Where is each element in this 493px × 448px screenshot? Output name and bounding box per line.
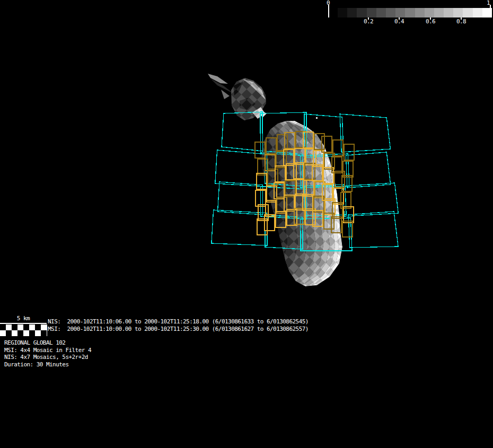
scale-bar-line [0, 323, 47, 324]
colorbar-step [415, 8, 425, 17]
scale-bar-end-cap [47, 324, 47, 336]
visualization-screen: 0 1 0.2 0.4 0.6 0.8 5 km NIS: 2000-102T1… [0, 0, 493, 448]
msi-footprint [257, 219, 267, 235]
surface-speck [316, 117, 318, 119]
colorbar-step [425, 8, 434, 17]
nis-footprint [215, 150, 267, 187]
checker-cell [29, 330, 35, 336]
checker-cell [17, 324, 23, 330]
colorbar-step [367, 8, 376, 17]
colorbar-step [395, 8, 405, 17]
fragment-facet-texture [228, 77, 270, 125]
asteroid-render-viewport [0, 0, 493, 448]
msi-time-range: MSI: 2000-102T11:10:00.00 to 2000-102T11… [48, 326, 309, 332]
checker-cell [6, 330, 12, 336]
checker-cell [0, 324, 6, 330]
nis-time-range: NIS: 2000-102T11:10:06.00 to 2000-102T11… [48, 318, 309, 325]
asteroid-body [217, 114, 350, 292]
colorbar-step [434, 8, 444, 17]
colorbar-step [405, 8, 415, 17]
checker-cell [35, 324, 41, 330]
colorbar-tick-mark [368, 17, 369, 20]
colorbar-step [338, 8, 347, 17]
checker-cell [41, 324, 47, 330]
colorbar-step [347, 8, 357, 17]
scale-bar-checkerboard [0, 324, 47, 336]
colorbar-step [473, 8, 482, 17]
nis-footprint [217, 182, 262, 215]
checker-cell [17, 330, 23, 336]
colorbar: 0 1 0.2 0.4 0.6 0.8 [323, 0, 493, 28]
checker-cell [12, 324, 17, 330]
scale-bar-label: 5 km [0, 315, 47, 322]
checker-cell [23, 324, 29, 330]
colorbar-tick-mark [399, 17, 400, 20]
msi-mosaic-info: MSI: 4x4 Mosaic in Filter 4 [4, 347, 91, 354]
nis-footprint [346, 152, 390, 188]
colorbar-tick-mark [430, 17, 431, 20]
colorbar-step [482, 8, 492, 17]
colorbar-step [444, 8, 453, 17]
checker-cell [41, 330, 47, 336]
checker-cell [29, 324, 35, 330]
colorbar-gradient [338, 8, 492, 17]
checker-cell [35, 330, 41, 336]
nis-mosaic-info: NIS: 4x7 Mosaics, 5s+2r+2d [4, 354, 91, 361]
colorbar-tick-mark [461, 17, 462, 20]
colorbar-step [463, 8, 472, 17]
observation-info: REGIONAL GLOBAL 102 MSI: 4x4 Mosaic in F… [4, 339, 91, 368]
colorbar-step [386, 8, 395, 17]
sequence-title: REGIONAL GLOBAL 102 [4, 339, 91, 347]
scale-bar: 5 km [0, 315, 49, 337]
colorbar-left-tick-line [328, 5, 329, 17]
checker-cell [6, 324, 12, 330]
checker-cell [12, 330, 17, 336]
nis-footprint [212, 210, 267, 245]
colorbar-step [376, 8, 386, 17]
nis-footprint [340, 114, 390, 152]
duration-info: Duration: 30 Minutes [4, 361, 91, 368]
asteroid-fragment-facet [208, 74, 228, 84]
checker-cell [0, 330, 6, 336]
colorbar-step [453, 8, 463, 17]
checker-cell [23, 330, 29, 336]
asteroid-fragment-facet [221, 90, 230, 99]
nis-footprint [348, 212, 398, 248]
colorbar-step [357, 8, 366, 17]
